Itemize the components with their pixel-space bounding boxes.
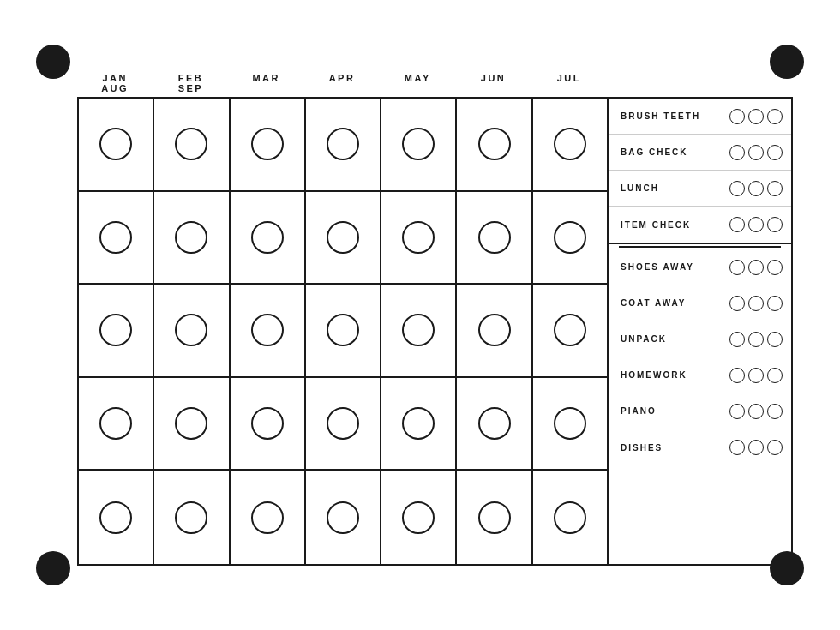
grid-cell: [457, 192, 532, 284]
grid-row: [79, 471, 607, 564]
task-circle: [748, 404, 764, 419]
task-circle: [729, 368, 745, 383]
grid-cell: [154, 192, 230, 284]
grid-circle: [99, 221, 132, 254]
grid-circle: [251, 221, 284, 254]
month-headers: JANFEBMARAPRMAYJUNJULAUGSEP: [77, 73, 607, 93]
task-label: COAT AWAY: [621, 298, 729, 308]
task-circle: [748, 368, 764, 383]
grid-circle: [99, 314, 132, 346]
task-circle: [748, 109, 764, 124]
grid-circle: [175, 221, 207, 254]
grid-circle: [478, 221, 511, 254]
task-circle: [729, 404, 745, 419]
task-label: LUNCH: [621, 183, 729, 193]
task-row: UNPACK: [609, 321, 791, 357]
month-header-row: JANFEBMARAPRMAYJUNJULAUGSEP: [77, 73, 793, 93]
task-circles: [729, 332, 783, 347]
task-circle: [748, 181, 764, 196]
task-row: SHOES AWAY: [609, 249, 791, 285]
grid-cell: [381, 471, 457, 564]
grid-circle: [402, 314, 435, 346]
task-label: BRUSH TEETH: [621, 111, 729, 121]
task-label: ITEM CHECK: [621, 220, 729, 230]
grid-area: [79, 99, 609, 564]
grid-circle: [251, 314, 284, 346]
grid-cell: [79, 471, 154, 564]
task-circle: [729, 181, 745, 196]
grid-cell: [231, 378, 306, 470]
task-circle: [767, 440, 783, 455]
grid-cell: [306, 192, 381, 284]
grid-circle: [478, 314, 511, 346]
task-circle: [729, 332, 745, 347]
grid-circle: [99, 128, 132, 160]
grid-circle: [554, 501, 586, 534]
grid-row: [79, 285, 607, 378]
task-circle: [767, 109, 783, 124]
grid-cell: [306, 378, 381, 470]
grid-cell: [154, 378, 230, 470]
task-label: SHOES AWAY: [621, 262, 729, 272]
task-circle: [729, 296, 745, 311]
grid-circle: [554, 314, 586, 346]
task-group-1: BRUSH TEETHBAG CHECKLUNCHITEM CHECK: [609, 99, 791, 244]
grid-circle: [478, 407, 511, 440]
grid-circle: [402, 407, 435, 440]
grid-circle: [175, 128, 207, 160]
task-row: HOMEWORK: [609, 357, 791, 393]
grid-circle: [327, 221, 359, 254]
task-circle: [729, 260, 745, 275]
grid-cell: [154, 471, 230, 564]
task-row: DISHES: [609, 429, 791, 465]
grid-circle: [402, 501, 435, 534]
task-circle: [748, 217, 764, 232]
task-circles: [729, 181, 783, 196]
task-circle: [729, 440, 745, 455]
task-circle: [748, 296, 764, 311]
task-circle: [767, 145, 783, 160]
grid-row: [79, 192, 607, 285]
month-label-apr: APR: [304, 73, 380, 83]
task-circle: [767, 368, 783, 383]
grid-row: [79, 99, 607, 192]
grid-cell: [306, 99, 381, 190]
task-circles: [729, 145, 783, 160]
grid-cell: [457, 378, 532, 470]
grid-cell: [79, 285, 154, 376]
grid-circle: [327, 407, 359, 440]
grid-cell: [457, 99, 532, 190]
grid-circle: [554, 221, 586, 254]
task-circle: [767, 404, 783, 419]
grid-circle: [251, 501, 284, 534]
grid-row: [79, 378, 607, 471]
month-label-jul: JUL: [531, 73, 607, 83]
task-circle: [748, 260, 764, 275]
grid-circle: [175, 501, 207, 534]
task-circle: [767, 217, 783, 232]
task-group-2: SHOES AWAYCOAT AWAYUNPACKHOMEWORKPIANODI…: [609, 249, 791, 564]
grid-cell: [154, 285, 230, 376]
task-circle: [748, 145, 764, 160]
corner-dot-tl: [36, 45, 70, 79]
task-circle: [729, 145, 745, 160]
main-container: JANFEBMARAPRMAYJUNJULAUGSEP BRUSH TEETHB…: [77, 73, 793, 566]
right-panel: BRUSH TEETHBAG CHECKLUNCHITEM CHECK SHOE…: [609, 99, 791, 564]
task-row: BRUSH TEETH: [609, 99, 791, 135]
month-label-feb: FEB: [153, 73, 228, 83]
grid-cell: [381, 99, 457, 190]
task-circles: [729, 368, 783, 383]
grid-cell: [381, 285, 457, 376]
task-label: HOMEWORK: [621, 370, 729, 380]
task-row: ITEM CHECK: [609, 207, 791, 243]
task-label: PIANO: [621, 406, 729, 416]
panel-divider: [619, 246, 781, 248]
grid-cell: [79, 192, 154, 284]
grid-circle: [402, 128, 435, 160]
task-label: DISHES: [621, 443, 729, 453]
grid-cell: [533, 99, 607, 190]
task-circle: [748, 332, 764, 347]
month-label-sep: SEP: [153, 83, 228, 93]
month-label-aug: AUG: [77, 83, 153, 93]
grid-circle: [327, 501, 359, 534]
